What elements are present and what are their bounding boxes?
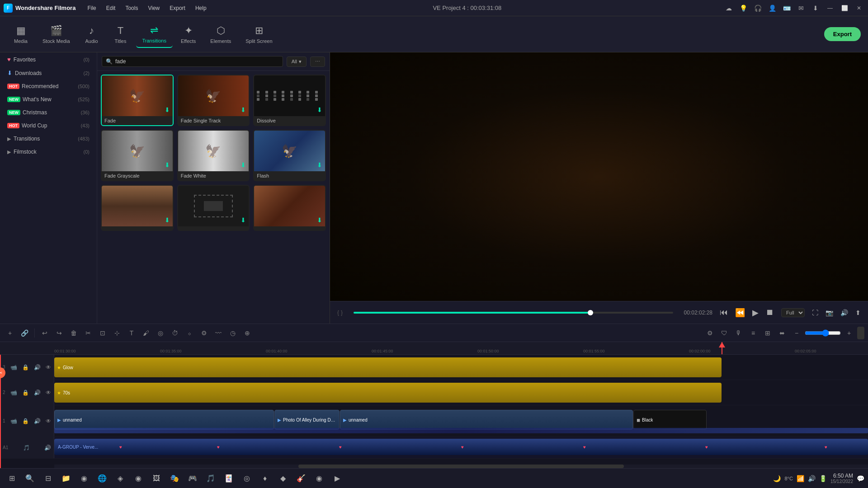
clip-unnamed-1[interactable]: ▶ unnamed (54, 410, 274, 430)
clip-unnamed-2[interactable]: ▶ unnamed (340, 410, 633, 430)
transition-unknown2[interactable]: ⬇ (177, 185, 250, 231)
avatar-icon[interactable]: 👤 (767, 3, 778, 14)
transition-fade-grayscale[interactable]: 🦅 ⬇ Fade Grayscale (101, 130, 174, 181)
app7-button[interactable]: 🖼 (148, 470, 165, 487)
timeline-collapse-btn[interactable] (857, 327, 864, 339)
timeline-scrollbar[interactable] (54, 465, 868, 468)
audio-button[interactable]: 🔊 (840, 309, 848, 316)
toolbar-titles[interactable]: T Titles (107, 21, 134, 47)
zoom-in-btn[interactable]: + (843, 327, 855, 339)
link-button[interactable]: 🔗 (18, 327, 31, 339)
transition-dissolve[interactable]: ⬇ Dissolve (253, 75, 326, 126)
audio-mixer-btn[interactable]: ≡ (747, 327, 760, 339)
toolbar-media[interactable]: ▦ Media (7, 21, 34, 47)
redo-button[interactable]: ↪ (53, 327, 66, 339)
stabilize-button[interactable]: ⊕ (241, 327, 254, 339)
export-frame-button[interactable]: ⬆ (855, 309, 861, 316)
clip-glow[interactable]: ★ Glow (54, 357, 722, 377)
transition-flash[interactable]: 🦅 ⬇ Flash (253, 130, 326, 181)
crop-button[interactable]: ⊡ (96, 327, 109, 339)
sticker-button[interactable]: ◎ (154, 327, 167, 339)
fullscreen-button[interactable]: ⛶ (812, 309, 818, 316)
transition-unknown3[interactable]: ⬇ (253, 185, 326, 231)
cut-button[interactable]: ✂ (82, 327, 94, 339)
minimize-button[interactable]: — (825, 3, 835, 14)
sidebar-item-filmstock[interactable]: ▶ Filmstock (0) (2, 145, 95, 158)
app5-button[interactable]: ◈ (112, 470, 128, 487)
rewind-button[interactable]: ⏮ (720, 308, 728, 317)
taskview-button[interactable]: ⊟ (40, 470, 56, 487)
sidebar-item-recommended[interactable]: HOT Recommended (500) (2, 80, 95, 93)
menu-view[interactable]: View (143, 3, 164, 13)
snapshot-button[interactable]: 📷 (826, 309, 833, 316)
adjust-button[interactable]: ⚙ (198, 327, 210, 339)
prev-frame-button[interactable]: ⏪ (735, 308, 745, 318)
toolbar-elements[interactable]: ⬡ Elements (204, 21, 237, 47)
export-button[interactable]: Export (824, 27, 861, 41)
undo-button[interactable]: ↩ (38, 327, 51, 339)
transition-fade-white[interactable]: 🦅 ⬇ Fade White (177, 130, 250, 181)
moon-icon[interactable]: 🌙 (773, 475, 781, 482)
delete-button[interactable]: 🗑 (67, 327, 80, 339)
app8-button[interactable]: 🎭 (166, 470, 183, 487)
transition-unknown1[interactable]: ⬇ (101, 185, 174, 231)
sidebar-item-whatsnew[interactable]: NEW What's New (525) (2, 93, 95, 106)
extend-btn[interactable]: ⬌ (776, 327, 788, 339)
transform-button[interactable]: ⊹ (111, 327, 123, 339)
app16-button[interactable]: ◉ (311, 470, 327, 487)
sidebar-item-worldcup[interactable]: HOT World Cup (43) (2, 119, 95, 132)
card-icon[interactable]: 🪪 (781, 3, 792, 14)
taskbar-clock[interactable]: 6:50 AM 15/12/2022 (830, 473, 853, 484)
clip-photo-alley[interactable]: ▶ Photo Of Alley During Daybu... (274, 410, 340, 430)
battery-icon[interactable]: 🔋 (819, 475, 827, 482)
menu-tools[interactable]: Tools (121, 3, 142, 13)
draw-button[interactable]: 🖌 (140, 327, 152, 339)
zoom-out-btn[interactable]: − (790, 327, 803, 339)
network-icon[interactable]: 📶 (797, 475, 804, 482)
toolbar-stock[interactable]: 🎬 Stock Media (36, 21, 76, 47)
maximize-button[interactable]: ⬜ (839, 3, 850, 14)
menu-help[interactable]: Help (191, 3, 211, 13)
clip-70s[interactable]: ★ 70s (54, 383, 722, 403)
menu-export[interactable]: Export (165, 3, 190, 13)
opera-button[interactable]: ◉ (76, 470, 92, 487)
menu-file[interactable]: File (83, 3, 100, 13)
close-button[interactable]: ✕ (854, 3, 864, 14)
sidebar-item-downloads[interactable]: ⬇ Downloads (2) (2, 66, 95, 80)
scrollbar-thumb[interactable] (298, 465, 624, 468)
preview-timeline-bar[interactable] (354, 312, 673, 314)
snap-btn[interactable]: ⊞ (761, 327, 774, 339)
speed-button[interactable]: ◷ (226, 327, 239, 339)
transition-fade-single[interactable]: 🦅 ⬇ Fade Single Track (177, 75, 250, 126)
menu-edit[interactable]: Edit (102, 3, 120, 13)
audio-waveform-button[interactable]: 〰 (212, 327, 225, 339)
text-button[interactable]: T (125, 327, 138, 339)
quality-select[interactable]: Full 1/2 1/4 (781, 308, 805, 317)
shield-btn[interactable]: 🛡 (718, 327, 731, 339)
zoom-slider[interactable] (805, 329, 841, 337)
toolbar-splitscreen[interactable]: ⊞ Split Screen (239, 21, 278, 47)
sidebar-item-transitions[interactable]: ▶ Transitions (483) (2, 132, 95, 145)
add-media-button[interactable]: + (4, 327, 16, 339)
cloud-icon[interactable]: ☁ (723, 3, 734, 14)
toolbar-transitions[interactable]: ⇌ Transitions (136, 21, 173, 48)
settings-btn[interactable]: ⚙ (703, 327, 716, 339)
download-icon[interactable]: ⬇ (810, 3, 821, 14)
mail-icon[interactable]: ✉ (796, 3, 807, 14)
toolbar-audio[interactable]: ♪ Audio (78, 21, 105, 47)
app17-button[interactable]: ▶ (329, 470, 345, 487)
bulb-icon[interactable]: 💡 (738, 3, 749, 14)
color-button[interactable]: ⬦ (183, 327, 196, 339)
app13-button[interactable]: ♦ (257, 470, 273, 487)
app6-button[interactable]: ◉ (130, 470, 146, 487)
sidebar-item-christmas[interactable]: NEW Christmas (36) (2, 106, 95, 119)
explorer-button[interactable]: 📁 (58, 470, 74, 487)
transition-fade[interactable]: 🦅 ⬇ Fade (101, 75, 174, 126)
app11-button[interactable]: 🃏 (221, 470, 237, 487)
app14-button[interactable]: ◆ (275, 470, 291, 487)
app15-button[interactable]: 🎸 (293, 470, 309, 487)
sidebar-item-favorites[interactable]: ♥ Favorites (0) (2, 53, 95, 66)
headphone-icon[interactable]: 🎧 (752, 3, 763, 14)
app10-button[interactable]: 🎵 (203, 470, 219, 487)
search-taskbar-button[interactable]: 🔍 (22, 470, 38, 487)
